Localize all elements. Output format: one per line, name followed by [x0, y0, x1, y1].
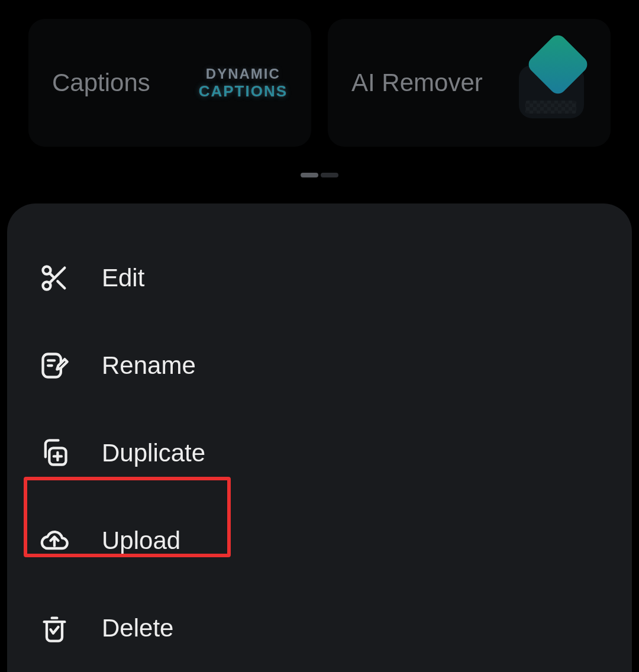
menu-label-duplicate: Duplicate [102, 439, 205, 467]
captions-graphic-line1: DYNAMIC [206, 66, 280, 82]
rename-icon [38, 349, 71, 382]
captions-graphic-line2: CAPTIONS [199, 82, 288, 101]
menu-label-delete: Delete [102, 614, 173, 642]
trash-icon [38, 612, 71, 645]
menu-item-rename[interactable]: Rename [7, 322, 632, 409]
duplicate-icon [38, 437, 71, 470]
menu-item-upload[interactable]: Upload [7, 497, 632, 584]
page-indicator[interactable] [0, 173, 639, 177]
menu-item-edit[interactable]: Edit [7, 234, 632, 322]
feature-label-captions: Captions [52, 67, 150, 99]
captions-graphic: DYNAMIC CAPTIONS [199, 66, 288, 101]
ai-remover-graphic [510, 41, 587, 124]
page-indicator-inactive [321, 173, 338, 177]
menu-label-upload: Upload [102, 526, 180, 555]
feature-card-ai-remover[interactable]: AI Remover [328, 19, 611, 147]
menu-label-edit: Edit [102, 264, 144, 292]
cut-icon [38, 261, 71, 295]
feature-card-captions[interactable]: Captions DYNAMIC CAPTIONS [28, 19, 311, 147]
page-indicator-active [301, 173, 318, 177]
menu-item-delete[interactable]: Delete [7, 584, 632, 672]
svg-line-3 [57, 281, 64, 288]
cloud-upload-icon [38, 524, 71, 557]
svg-line-4 [50, 273, 54, 278]
feature-label-ai-remover: AI Remover [351, 67, 483, 99]
bottom-sheet: Edit Rename Duplicate [7, 203, 632, 672]
menu-item-duplicate[interactable]: Duplicate [7, 409, 632, 497]
menu-label-rename: Rename [102, 351, 196, 380]
